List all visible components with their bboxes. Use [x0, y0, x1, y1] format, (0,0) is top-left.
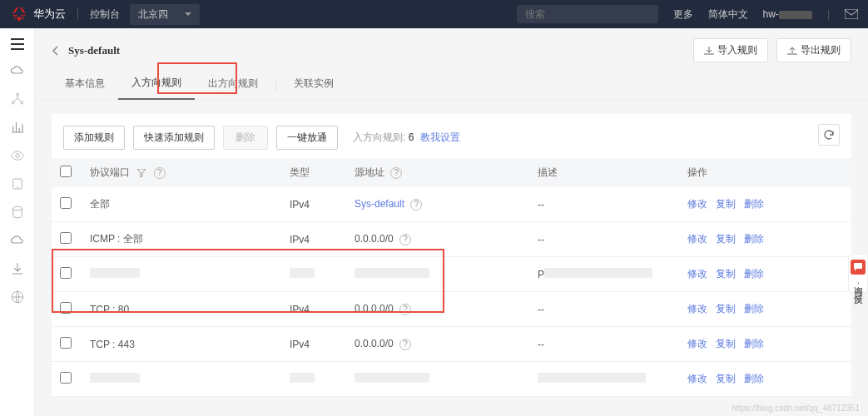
row-checkbox[interactable]	[60, 302, 72, 314]
svg-point-9	[12, 206, 22, 210]
col-description: 描述	[529, 158, 679, 187]
rail-tree-icon[interactable]	[10, 92, 25, 106]
allow-all-button[interactable]: 一键放通	[276, 126, 338, 150]
rail-download-icon[interactable]	[10, 261, 25, 276]
svg-point-4	[12, 102, 14, 104]
help-icon[interactable]: ?	[154, 167, 166, 179]
row-checkbox[interactable]	[60, 337, 72, 349]
row-checkbox[interactable]	[60, 372, 72, 384]
svg-rect-11	[854, 263, 862, 269]
breadcrumb-bar: Sys-default 导入规则 导出规则	[35, 28, 868, 62]
divider	[77, 8, 78, 20]
user-menu[interactable]: hw-	[763, 8, 812, 20]
svg-point-5	[20, 102, 22, 104]
copy-link[interactable]: 复制	[716, 198, 736, 210]
search-input[interactable]	[525, 8, 650, 20]
brand-text: 华为云	[33, 7, 66, 22]
modify-link[interactable]: 修改	[687, 268, 707, 280]
modify-link[interactable]: 修改	[687, 373, 707, 384]
mail-icon[interactable]	[845, 9, 858, 19]
rail-globe-icon[interactable]	[10, 290, 25, 305]
modify-link[interactable]: 修改	[687, 303, 707, 314]
help-icon[interactable]: ?	[410, 199, 422, 210]
help-icon[interactable]: ?	[399, 304, 411, 315]
help-icon[interactable]: ?	[399, 339, 411, 350]
region-label: 北京四	[138, 7, 168, 22]
filter-icon[interactable]	[137, 169, 146, 177]
table-row: ICMP : 全部IPv40.0.0.0/0 ?--修改复制删除	[52, 222, 851, 257]
delete-link[interactable]: 删除	[744, 303, 764, 314]
row-checkbox[interactable]	[60, 197, 72, 209]
svg-rect-2	[845, 9, 858, 19]
feedback-tab[interactable]: 咨询 · 反馈	[848, 254, 868, 293]
modify-link[interactable]: 修改	[687, 338, 707, 349]
help-link[interactable]: 教我设置	[420, 131, 460, 143]
col-protocol-port: 协议端口 ?	[82, 158, 281, 187]
import-icon	[704, 47, 714, 55]
refresh-button[interactable]	[818, 124, 840, 146]
export-icon	[787, 47, 797, 55]
rail-device-icon[interactable]	[10, 176, 25, 191]
page-title: Sys-default	[68, 44, 120, 57]
menu-icon[interactable]	[11, 38, 24, 50]
tab-basic-info[interactable]: 基本信息	[52, 72, 118, 99]
chevron-down-icon	[185, 12, 191, 17]
table-row: TCP : 80IPv40.0.0.0/0 ?--修改复制删除	[52, 292, 851, 327]
tabs-bar: 基本信息 入方向规则 出方向规则 | 关联实例	[35, 62, 868, 101]
copy-link[interactable]: 复制	[716, 338, 736, 349]
region-selector[interactable]: 北京四	[130, 4, 200, 25]
tab-inbound-rules[interactable]: 入方向规则	[118, 71, 195, 100]
rail-chart-icon[interactable]	[10, 120, 25, 135]
tab-instances[interactable]: 关联实例	[280, 72, 347, 99]
more-link[interactable]: 更多	[673, 7, 693, 22]
add-rule-button[interactable]: 添加规则	[63, 126, 125, 150]
main-area: Sys-default 导入规则 导出规则 基本信息 入方向规则 出方向规则 |…	[35, 28, 868, 410]
left-sidebar	[0, 28, 35, 416]
delete-link[interactable]: 删除	[744, 233, 764, 245]
table-row: TCP : 443IPv40.0.0.0/0 ?--修改复制删除	[52, 327, 851, 362]
delete-link[interactable]: 删除	[744, 373, 764, 384]
delete-link[interactable]: 删除	[744, 198, 764, 210]
col-action: 操作	[679, 158, 851, 187]
delete-button: 删除	[223, 126, 268, 150]
svg-point-6	[15, 154, 19, 158]
row-checkbox[interactable]	[60, 232, 72, 244]
copy-link[interactable]: 复制	[716, 268, 736, 280]
help-icon[interactable]: ?	[390, 167, 402, 179]
modify-link[interactable]: 修改	[687, 233, 707, 245]
console-link[interactable]: 控制台	[90, 7, 120, 22]
svg-point-3	[16, 93, 18, 96]
export-rules-button[interactable]: 导出规则	[776, 38, 851, 62]
table-row: 全部IPv4Sys-default ?--修改复制删除	[52, 187, 851, 222]
lang-selector[interactable]: 简体中文	[708, 7, 748, 22]
import-rules-button[interactable]: 导入规则	[693, 38, 768, 62]
svg-point-8	[17, 186, 18, 188]
rules-table: 协议端口 ? 类型 源地址 ? 描述 操作 全部IPv4Sys-default …	[52, 158, 851, 397]
chat-icon	[851, 260, 866, 275]
copy-link[interactable]: 复制	[716, 373, 736, 384]
search-box[interactable]	[517, 5, 658, 23]
watermark: https://blog.csdn.net/qq_48712351	[732, 404, 860, 413]
rail-eye-icon[interactable]	[10, 148, 25, 163]
quick-add-rule-button[interactable]: 快速添加规则	[133, 126, 215, 150]
table-row: P修改复制删除	[52, 257, 851, 292]
modify-link[interactable]: 修改	[687, 198, 707, 210]
rail-cloud2-icon[interactable]	[10, 233, 25, 248]
rail-db-icon[interactable]	[10, 205, 25, 220]
help-icon[interactable]: ?	[399, 234, 411, 245]
tab-outbound-rules[interactable]: 出方向规则	[195, 72, 271, 99]
content-card: 添加规则 快速添加规则 删除 一键放通 入方向规则: 6 教我设置 协议端口	[52, 114, 851, 397]
logo-area: 华为云	[10, 5, 66, 23]
delete-link[interactable]: 删除	[744, 338, 764, 349]
refresh-icon	[823, 129, 835, 141]
select-all-checkbox[interactable]	[60, 166, 72, 177]
top-header: 华为云 控制台 北京四 更多 简体中文 hw- |	[0, 0, 868, 28]
row-checkbox[interactable]	[60, 267, 72, 279]
rail-cloud-icon[interactable]	[10, 63, 25, 78]
delete-link[interactable]: 删除	[744, 268, 764, 280]
copy-link[interactable]: 复制	[716, 303, 736, 314]
back-icon[interactable]	[52, 46, 58, 56]
copy-link[interactable]: 复制	[716, 233, 736, 245]
toolbar: 添加规则 快速添加规则 删除 一键放通 入方向规则: 6 教我设置	[52, 114, 851, 158]
source-link[interactable]: Sys-default	[355, 198, 404, 210]
